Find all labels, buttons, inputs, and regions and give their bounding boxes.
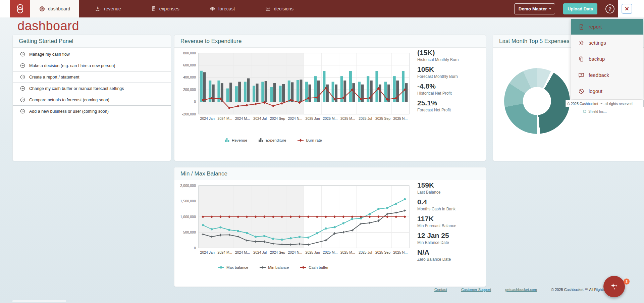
stat-forecast-net-profit: 25.1% Forecast Net Profit — [417, 99, 483, 112]
panel-title: Getting Started Panel — [19, 38, 73, 45]
report-file-icon — [578, 24, 584, 30]
shield-icon — [583, 110, 586, 113]
gs-item-change-cash-buffer[interactable]: Change my cash buffer or manual forecast… — [13, 83, 171, 94]
panel-header: Revenue to Expenditure — [174, 35, 486, 48]
stat-zero-balance-date: N/A Zero Balance Date — [417, 248, 483, 262]
panel-title: Revenue to Expenditure — [180, 38, 241, 45]
svg-text:2024 Jan: 2024 Jan — [200, 250, 215, 254]
svg-text:2024 N...: 2024 N... — [288, 116, 303, 120]
svg-text:2024 Sep: 2024 Sep — [270, 250, 285, 254]
svg-text:2025 Jul: 2025 Jul — [359, 250, 372, 254]
svg-text:2025 Sep: 2025 Sep — [375, 250, 390, 254]
panel-header: Getting Started Panel — [13, 35, 171, 48]
gs-item-make-decision[interactable]: Make a decision (e.g. can I hire a new p… — [13, 60, 171, 71]
nav-tabs: dashboard $ revenue expenses — [30, 0, 315, 17]
svg-text:2025 N...: 2025 N... — [393, 250, 408, 254]
tab-decisions[interactable]: decisions — [256, 0, 303, 17]
circle-arrow-icon — [20, 109, 25, 114]
svg-text:800,000: 800,000 — [183, 51, 196, 55]
svg-text:2024 M...: 2024 M... — [218, 116, 232, 120]
gs-item-compare-actuals[interactable]: Compare actuals to forecast (coming soon… — [13, 94, 171, 106]
svg-text:2025 M...: 2025 M... — [323, 116, 338, 120]
tab-label: revenue — [104, 6, 121, 11]
nav-white-corner: ✕ — [618, 0, 644, 17]
panel-title: Min / Max Balance — [180, 170, 227, 177]
tab-label: forecast — [218, 6, 235, 11]
menu-item-feedback[interactable]: feedback — [571, 67, 643, 83]
svg-text:2025 N...: 2025 N... — [393, 116, 408, 120]
gs-item-add-business[interactable]: Add a new business or user (coming soon) — [13, 106, 171, 117]
menu-item-logout[interactable]: logout — [571, 83, 643, 99]
account-dropdown-button[interactable]: Demo Master ▾ — [514, 3, 555, 14]
nav-right-cluster: Demo Master ▾ Upload Data ? — [514, 0, 614, 17]
svg-text:2025 M...: 2025 M... — [340, 250, 355, 254]
menu-item-report[interactable]: report — [571, 19, 643, 35]
help-icon[interactable]: ? — [605, 4, 614, 13]
legend-min-balance[interactable]: Min balance — [260, 265, 289, 269]
legend-expenditure[interactable]: Expenditure — [259, 138, 286, 142]
stat-months-cash-in-bank: 0.4 Months Cash in Bank — [417, 198, 483, 211]
line-circle-icon — [218, 266, 224, 269]
svg-text:2024 M...: 2024 M... — [235, 116, 250, 120]
revenue-hand-icon: $ — [95, 6, 101, 11]
line-diamond-icon — [298, 139, 304, 142]
legend-max-balance[interactable]: Max balance — [218, 265, 248, 269]
circle-arrow-icon — [20, 97, 25, 102]
close-icon[interactable]: ✕ — [622, 4, 632, 14]
footer: Contact Customer Support getcashbucket.c… — [434, 288, 622, 292]
upload-data-button[interactable]: Upload Data — [563, 3, 597, 14]
gauge-icon — [39, 6, 45, 12]
tab-expenses[interactable]: expenses — [142, 0, 189, 17]
getting-started-list: Manage my cash flow Make a decision (e.g… — [13, 49, 171, 117]
legend-revenue[interactable]: Revenue — [225, 138, 247, 142]
svg-text:600,000: 600,000 — [183, 63, 196, 67]
svg-text:2024 N...: 2024 N... — [288, 250, 303, 254]
svg-text:200,000: 200,000 — [183, 88, 196, 92]
feedback-bubble-icon — [578, 72, 584, 78]
svg-text:0: 0 — [194, 246, 196, 250]
top-navbar: dashboard $ revenue expenses — [0, 0, 644, 17]
line-star-icon — [260, 266, 266, 269]
revenue-to-expenditure-panel: Revenue to Expenditure 800,000600,000400… — [174, 35, 486, 161]
shield-trust-badge[interactable]: Shield Ins... — [583, 109, 607, 113]
expenses-donut-chart — [504, 68, 570, 134]
tab-forecast[interactable]: forecast — [201, 0, 244, 17]
footer-link-contact[interactable]: Contact — [434, 288, 447, 292]
svg-text:2024 M...: 2024 M... — [218, 250, 232, 254]
menu-item-backup[interactable]: backup — [571, 51, 643, 67]
menu-item-settings[interactable]: settings — [571, 35, 643, 51]
stat-last-balance: 159K Last Balance — [417, 181, 483, 195]
stat-min-balance-date: 12 Jan 25 Min Balance Date — [417, 231, 483, 245]
horizontal-scrollbar[interactable] — [12, 300, 66, 302]
nav-left-gap — [0, 0, 10, 17]
stat-historical-net-profit: -4.8% Historical Net Profit — [417, 82, 483, 96]
cashbucket-logo[interactable] — [10, 0, 30, 17]
panel-title: Last Month Top 5 Expenses — [499, 38, 570, 45]
caret-down-icon: ▾ — [549, 7, 551, 10]
tab-dashboard[interactable]: dashboard — [30, 0, 79, 17]
panel-header: Min / Max Balance — [174, 167, 486, 180]
legend-cash-buffer[interactable]: Cash buffer — [300, 265, 328, 269]
assistant-fab-button[interactable] — [603, 276, 625, 297]
legend-burn-rate[interactable]: Burn rate — [298, 138, 322, 142]
svg-text:$: $ — [97, 6, 99, 9]
svg-text:2024 Jul: 2024 Jul — [253, 250, 267, 254]
balance-stats: 159K Last Balance 0.4 Months Cash in Ban… — [417, 181, 483, 265]
svg-text:2025 M...: 2025 M... — [323, 250, 338, 254]
svg-text:500,000: 500,000 — [183, 230, 196, 234]
chart-legend: Revenue Expenditure Burn rate — [225, 138, 322, 142]
tab-label: dashboard — [48, 6, 70, 11]
svg-text:-200,000: -200,000 — [182, 112, 196, 116]
stat-forecast-monthly-burn: 105K Forecast Monthly Burn — [417, 65, 483, 79]
svg-text:2025 Jul: 2025 Jul — [359, 116, 372, 120]
footer-link-getcashbucket[interactable]: getcashbucket.com — [505, 288, 537, 292]
svg-text:1,000,000: 1,000,000 — [180, 215, 196, 219]
svg-text:1,500,000: 1,500,000 — [180, 199, 196, 203]
footer-link-customer-support[interactable]: Customer Support — [461, 288, 491, 292]
trend-chart-icon — [265, 6, 271, 11]
tab-revenue[interactable]: $ revenue — [86, 0, 130, 17]
line-diamond-icon — [300, 266, 306, 269]
gs-item-manage-cash-flow[interactable]: Manage my cash flow — [13, 49, 171, 60]
circle-arrow-icon — [20, 86, 25, 91]
gs-item-create-report[interactable]: Create a report / statement — [13, 71, 171, 83]
